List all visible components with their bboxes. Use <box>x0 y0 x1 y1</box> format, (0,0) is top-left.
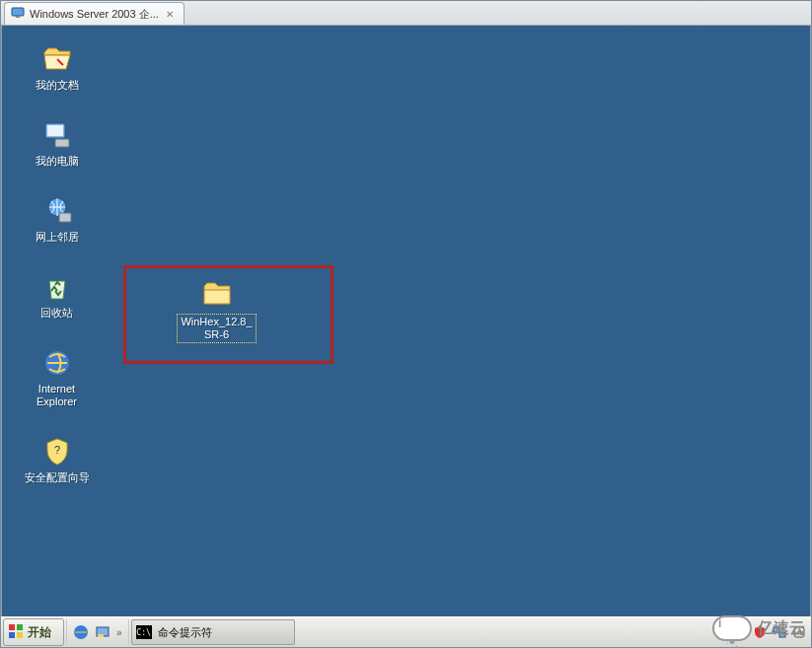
svg-rect-9 <box>9 624 15 630</box>
watermark: i 亿速云 <box>712 615 805 641</box>
vm-tab[interactable]: Windows Server 2003 企... ✕ <box>4 2 185 25</box>
task-label: 命令提示符 <box>158 625 212 640</box>
cmd-icon: C:\ <box>136 625 152 639</box>
desktop-my-documents[interactable]: 我的文档 <box>20 43 94 92</box>
watermark-text: 亿速云 <box>758 620 805 636</box>
svg-rect-1 <box>16 16 20 18</box>
start-button[interactable]: 开始 <box>3 618 64 646</box>
desktop-network-neighborhood[interactable]: 网上邻居 <box>20 195 94 244</box>
svg-rect-6 <box>59 213 71 222</box>
computer-icon <box>41 119 73 151</box>
start-label: 开始 <box>28 624 51 641</box>
highlight-box <box>123 265 333 364</box>
svg-rect-10 <box>17 624 23 630</box>
desktop-security-config-wizard[interactable]: ? 安全配置向导 <box>20 436 94 484</box>
svg-rect-0 <box>12 8 24 16</box>
desktop-internet-explorer[interactable]: Internet Explorer <box>20 347 94 408</box>
tab-title: Windows Server 2003 企... <box>30 7 159 22</box>
taskbar-task-cmd[interactable]: C:\ 命令提示符 <box>131 619 295 645</box>
svg-rect-15 <box>98 634 104 637</box>
ie-icon <box>41 347 73 379</box>
quick-launch-show-desktop[interactable] <box>93 622 112 642</box>
svg-rect-11 <box>9 632 15 638</box>
cloud-icon: i <box>712 615 752 641</box>
network-icon <box>41 195 73 227</box>
desktop-recycle-bin[interactable]: 回收站 <box>20 271 94 320</box>
svg-rect-12 <box>17 632 23 638</box>
shield-icon: ? <box>41 436 73 468</box>
chevron-right-icon[interactable]: » <box>114 627 124 638</box>
windows-logo-icon <box>8 623 24 642</box>
monitor-icon <box>11 6 25 22</box>
desktop-my-computer[interactable]: 我的电脑 <box>20 119 94 168</box>
recycle-icon <box>41 271 73 303</box>
svg-text:?: ? <box>53 444 59 456</box>
icon-label: 网上邻居 <box>36 231 79 244</box>
svg-rect-3 <box>47 125 63 136</box>
tab-strip: Windows Server 2003 企... ✕ <box>1 1 811 26</box>
close-icon[interactable]: ✕ <box>164 9 176 20</box>
taskbar: 开始 » C:\ 命令提示符 vm <box>1 616 811 647</box>
quick-launch-ie[interactable] <box>71 622 91 642</box>
svg-rect-4 <box>55 139 69 147</box>
icon-label: 我的文档 <box>36 79 79 92</box>
icon-label: 回收站 <box>40 307 73 320</box>
folder-open-icon <box>41 43 73 75</box>
icon-label: 我的电脑 <box>36 155 79 168</box>
icon-label: Internet Explorer <box>37 383 77 408</box>
desktop-area[interactable]: 我的文档 我的电脑 网上邻居 回收站 Internet Explorer ? 安… <box>1 26 811 616</box>
quick-launch: » <box>66 619 129 645</box>
icon-label: 安全配置向导 <box>25 471 90 484</box>
